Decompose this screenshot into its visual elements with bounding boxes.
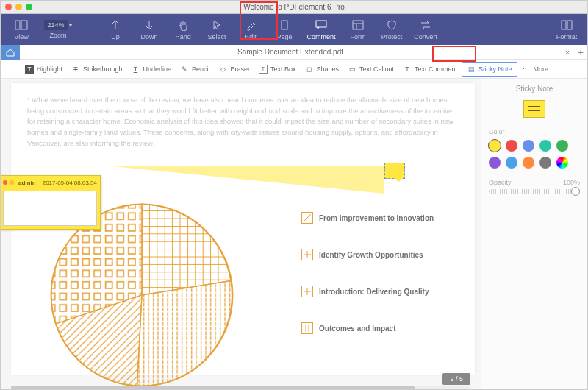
form-button[interactable]: Form	[342, 15, 374, 43]
body-paragraph: * What we've heard over the course of th…	[27, 95, 459, 149]
legend-item: Outcomes and Impact	[301, 322, 434, 334]
zoom-value[interactable]: 214%	[44, 20, 67, 30]
pencil-button[interactable]: ✎Pencil	[176, 62, 215, 77]
legend-icon	[301, 286, 313, 297]
eraser-icon: ◇	[218, 65, 227, 74]
protect-button[interactable]: Protect	[376, 15, 408, 43]
content-area: * What we've heard over the course of th…	[1, 79, 587, 390]
svg-rect-0	[15, 21, 20, 29]
stickynote-icon: ▤	[467, 65, 476, 74]
color-swatch[interactable]	[539, 140, 551, 152]
opacity-label: Opacity	[489, 179, 512, 186]
chevron-down-icon[interactable]: ▾	[69, 22, 72, 29]
chart-legend: From Improvement to Innovation Identify …	[301, 212, 434, 359]
format-panel: Sticky Note Color Opacity 100%	[481, 79, 587, 390]
maximize-window-icon[interactable]	[26, 4, 32, 10]
zoom-button[interactable]: 214% ▾ Zoom	[39, 15, 77, 43]
strikethrough-button[interactable]: TStrikethrough	[67, 62, 127, 77]
color-swatch[interactable]	[489, 157, 501, 169]
close-tab-icon[interactable]: ×	[561, 48, 574, 57]
svg-rect-1	[21, 21, 27, 29]
panel-title: Sticky Note	[489, 85, 580, 93]
horizontal-scrollbar[interactable]	[11, 386, 470, 389]
sticky-note-popup[interactable]: admin 2017-05-04 08:03:54	[1, 175, 101, 230]
comment-button[interactable]: Comment	[302, 15, 340, 43]
note-preview-icon	[523, 100, 545, 118]
hand-button[interactable]: Hand	[167, 15, 199, 43]
more-button[interactable]: ⋯More	[517, 62, 553, 77]
legend-item: Introduction: Delivering Quality	[301, 286, 434, 297]
legend-item: Identify Growth Opportunities	[301, 249, 434, 260]
minimize-window-icon[interactable]	[15, 4, 22, 10]
scrollbar-thumb[interactable]	[11, 386, 415, 389]
color-swatch[interactable]	[523, 140, 534, 152]
new-tab-icon[interactable]: +	[574, 46, 587, 58]
eraser-button[interactable]: ◇Eraser	[214, 62, 254, 77]
legend-icon	[301, 212, 313, 224]
shield-icon	[385, 18, 398, 32]
svg-rect-4	[353, 21, 363, 29]
app-title: Welcome to PDFelement 6 Pro	[243, 3, 345, 11]
page-icon	[278, 18, 291, 32]
textcallout-button[interactable]: ▭Text Callout	[343, 62, 398, 77]
close-window-icon[interactable]	[5, 4, 12, 10]
color-label: Color	[489, 128, 580, 135]
color-swatch[interactable]	[556, 140, 568, 152]
shapes-icon: ◻	[305, 65, 314, 74]
format-icon	[560, 18, 573, 32]
home-button[interactable]	[1, 45, 20, 60]
color-swatch[interactable]	[489, 140, 501, 152]
color-swatch[interactable]	[506, 157, 517, 169]
textbox-button[interactable]: TText Box	[254, 62, 301, 77]
page-button[interactable]: Page	[268, 15, 301, 43]
arrow-up-icon	[109, 18, 122, 32]
color-swatch[interactable]	[539, 157, 551, 169]
shapes-button[interactable]: ◻Shapes	[301, 62, 344, 77]
sticky-note-marker[interactable]	[384, 163, 405, 179]
popup-date: 2017-05-04 08:03:54	[43, 180, 97, 186]
opacity-slider[interactable]	[489, 189, 580, 194]
underline-button[interactable]: TUnderline	[126, 62, 176, 77]
view-button[interactable]: View	[5, 15, 37, 43]
textcomment-button[interactable]: TText Comment	[398, 62, 462, 77]
window-titlebar: Welcome to PDFelement 6 Pro	[1, 1, 587, 14]
annotation-toolbar: THighlight TStrikethrough TUnderline ✎Pe…	[1, 60, 587, 79]
popup-author: admin	[18, 180, 36, 186]
popup-close-icon[interactable]	[3, 180, 7, 185]
page-indicator[interactable]: 2 / 5	[442, 373, 470, 385]
popup-min-icon[interactable]	[10, 180, 14, 185]
up-button[interactable]: Up	[99, 15, 132, 43]
legend-icon	[301, 249, 313, 260]
document-tab-bar: Sample Document Extended.pdf × +	[1, 45, 587, 60]
form-icon	[351, 18, 365, 32]
highlight-button[interactable]: THighlight	[21, 62, 67, 77]
color-picker-icon[interactable]	[556, 157, 568, 169]
window-traffic-lights[interactable]	[5, 4, 32, 10]
cursor-icon	[210, 18, 223, 32]
svg-rect-2	[282, 21, 287, 29]
legend-icon	[301, 322, 313, 334]
sticky-note-ray	[105, 166, 384, 194]
popup-textarea[interactable]	[3, 191, 97, 226]
format-button[interactable]: Format	[551, 15, 583, 43]
textbox-icon: T	[259, 65, 268, 74]
popup-header[interactable]: admin 2017-05-04 08:03:54	[1, 176, 100, 189]
convert-button[interactable]: Convert	[409, 15, 442, 43]
view-icon	[15, 18, 28, 32]
color-swatch[interactable]	[523, 157, 534, 169]
hand-icon	[176, 18, 190, 32]
highlight-icon: T	[25, 65, 34, 74]
edit-button[interactable]: Edit	[234, 15, 267, 43]
color-swatch[interactable]	[506, 140, 517, 152]
sticky-note-icon	[384, 163, 405, 179]
document-view[interactable]: * What we've heard over the course of th…	[1, 79, 481, 390]
svg-rect-8	[567, 21, 572, 29]
slider-thumb[interactable]	[571, 187, 580, 196]
callout-icon: ▭	[348, 65, 356, 74]
stickynote-button[interactable]: ▤Sticky Note	[462, 62, 517, 77]
svg-rect-3	[316, 21, 326, 27]
select-button[interactable]: Select	[201, 15, 233, 43]
down-button[interactable]: Down	[133, 15, 165, 43]
document-tab-title[interactable]: Sample Document Extended.pdf	[20, 48, 561, 56]
svg-rect-7	[562, 21, 566, 29]
